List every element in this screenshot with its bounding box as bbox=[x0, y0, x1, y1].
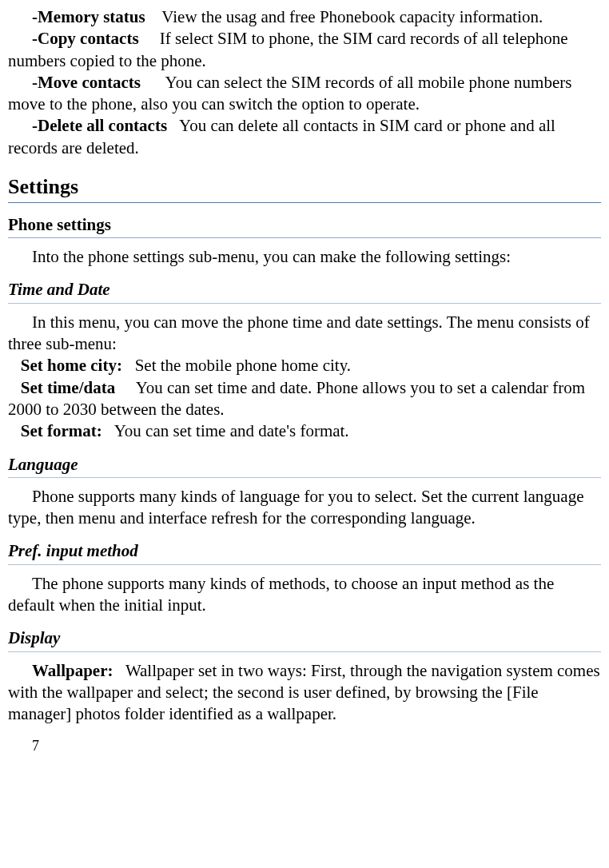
item-copy-contacts: -Copy contacts If select SIM to phone, t… bbox=[8, 28, 601, 72]
item-move-contacts: -Move contacts You can select the SIM re… bbox=[8, 72, 601, 116]
item-set-home-city: Set home city: Set the mobile phone home… bbox=[8, 355, 601, 376]
heading-settings: Settings bbox=[8, 173, 601, 203]
item-label: Wallpaper: bbox=[32, 661, 113, 680]
item-desc: You can set time and date's format. bbox=[114, 421, 349, 440]
item-set-format: Set format: You can set time and date's … bbox=[8, 420, 601, 442]
item-set-time-data: Set time/data You can set time and date.… bbox=[8, 377, 601, 421]
item-desc: View the usag and free Phonebook capacit… bbox=[161, 7, 543, 26]
item-label: -Copy contacts bbox=[32, 29, 139, 48]
time-date-intro: In this menu, you can move the phone tim… bbox=[8, 312, 601, 356]
item-memory-status: -Memory status View the usag and free Ph… bbox=[8, 6, 601, 28]
item-label: -Move contacts bbox=[32, 73, 141, 92]
item-label: Set format: bbox=[21, 421, 102, 440]
heading-pref-input-method: Pref. input method bbox=[8, 540, 601, 564]
phone-settings-intro: Into the phone settings sub-menu, you ca… bbox=[8, 246, 601, 268]
language-body: Phone supports many kinds of language fo… bbox=[8, 486, 601, 530]
page-number: 7 bbox=[32, 737, 601, 755]
heading-display: Display bbox=[8, 627, 601, 651]
item-label: Set time/data bbox=[21, 378, 115, 397]
heading-time-and-date: Time and Date bbox=[8, 279, 601, 303]
item-label: -Memory status bbox=[32, 7, 145, 26]
heading-language: Language bbox=[8, 454, 601, 478]
heading-phone-settings: Phone settings bbox=[8, 214, 601, 238]
item-label: Set home city: bbox=[21, 356, 122, 375]
item-wallpaper: Wallpaper: Wallpaper set in two ways: Fi… bbox=[8, 660, 601, 726]
item-label: -Delete all contacts bbox=[32, 116, 167, 135]
item-delete-all-contacts: -Delete all contacts You can delete all … bbox=[8, 115, 601, 159]
item-desc: Set the mobile phone home city. bbox=[135, 356, 351, 375]
pref-input-body: The phone supports many kinds of methods… bbox=[8, 573, 601, 617]
